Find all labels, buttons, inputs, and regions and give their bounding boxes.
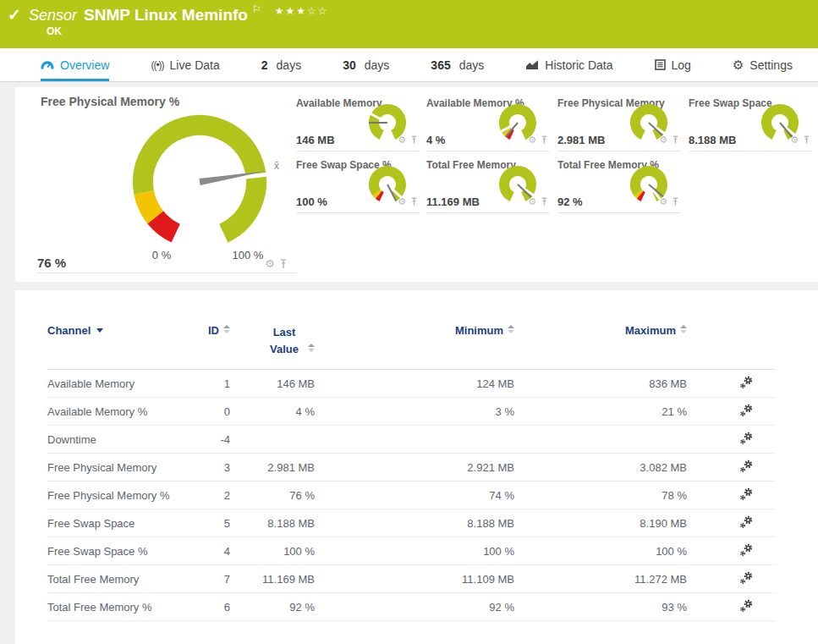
panel-settings-gear-icon[interactable]: ⚙ [790,135,799,145]
channel-last-value: 11.169 MB [230,565,315,593]
tab-2-days[interactable]: 2 days [261,48,301,81]
tab-label: Historic Data [545,58,612,72]
edit-channel-gears-icon[interactable] [739,376,754,392]
channel-maximum: 100 % [514,537,687,565]
table-row: Free Physical Memory 3 2.981 MB 2.921 MB… [47,454,775,482]
pin-icon[interactable] [541,135,548,145]
tab-30-days[interactable]: 30 days [343,48,389,81]
tab-label: Log [672,58,691,72]
tab-label: Overview [60,58,109,72]
channel-last-value: 4 % [230,398,315,426]
average-marker-label: x̄ [274,160,279,172]
panel-settings-gear-icon[interactable]: ⚙ [265,258,275,269]
column-header-actions [687,316,775,370]
tab-365-days[interactable]: 365 days [431,48,484,81]
channel-last-value [230,426,315,454]
tab-settings[interactable]: ⚙ Settings [733,48,793,81]
broadcast-icon: ((•)) [151,59,163,71]
channel-id: 2 [183,482,230,509]
gauge-value: 76 % [37,256,66,270]
edit-channel-gears-icon[interactable] [739,543,754,559]
pin-icon[interactable] [541,197,548,206]
gauge-total-free-memory: Total Free Memory 11.169 MB ⚙ [426,159,553,213]
channels-table-panel: Channel ID Last Value Minimum Maximum Av… [15,290,818,644]
channel-id: -4 [183,426,230,454]
gauge-title: Free Physical Memory % [41,95,179,108]
pin-icon[interactable] [672,135,679,145]
gauge-available-memory-pct: Available Memory % 4 % ⚙ [426,97,553,151]
panel-separator [557,151,681,151]
pin-icon[interactable] [672,197,679,206]
edit-channel-gears-icon[interactable] [739,599,754,615]
edit-channel-gears-icon[interactable] [739,432,754,448]
tab-live-data[interactable]: ((•)) Live Data [151,48,219,81]
channel-maximum: 11.272 MB [514,565,687,593]
edit-channel-gears-icon[interactable] [739,487,754,504]
table-row: Available Memory % 0 4 % 3 % 21 % [47,398,775,426]
pin-icon[interactable] [410,135,418,145]
panel-separator [426,212,550,213]
channel-maximum: 8.190 MB [514,509,687,537]
panel-settings-gear-icon[interactable]: ⚙ [659,197,667,206]
channel-maximum: 3.082 MB [514,454,687,482]
gauge-free-swap-space-pct: Free Swap Space % 100 % ⚙ [296,159,423,213]
channel-name[interactable]: Total Free Memory [47,565,183,593]
tab-overview[interactable]: Overview [41,48,109,81]
edit-channel-gears-icon[interactable] [739,404,754,420]
panel-settings-gear-icon[interactable]: ⚙ [398,197,406,206]
pin-icon[interactable] [803,135,810,145]
column-header-id[interactable]: ID [183,316,230,370]
channels-table: Channel ID Last Value Minimum Maximum Av… [47,316,775,621]
channel-name[interactable]: Available Memory % [47,398,183,426]
channel-last-value: 2.981 MB [230,454,315,482]
star-rating[interactable]: ★★★☆☆ [275,5,329,17]
channel-minimum: 92 % [315,593,514,621]
priority-flag-icon[interactable]: ⚐ [252,3,261,15]
panel-separator [557,212,681,213]
table-row: Available Memory 1 146 MB 124 MB 836 MB [47,370,775,398]
panel-settings-gear-icon[interactable]: ⚙ [528,135,536,145]
channel-name[interactable]: Available Memory [47,370,183,398]
channel-name[interactable]: Total Free Memory % [47,593,183,621]
gauges-panel: Free Physical Memory % 0 % 100 % x̄ 76 %… [15,87,818,282]
gauge-free-physical-memory-pct: Free Physical Memory % 0 % 100 % x̄ 76 %… [25,91,306,273]
gauge-value: 146 MB [296,134,335,146]
channel-id: 4 [183,537,230,565]
channel-minimum: 74 % [315,482,514,509]
pin-icon[interactable] [279,259,288,269]
channel-maximum [514,426,687,454]
channel-minimum: 8.188 MB [315,509,514,537]
channel-name[interactable]: Free Physical Memory % [47,482,183,509]
gear-icon: ⚙ [733,58,744,73]
column-label: Last Value [265,324,304,357]
tab-log[interactable]: Log [655,48,691,81]
channel-id: 5 [183,509,230,537]
channel-last-value: 92 % [230,593,315,621]
pin-icon[interactable] [410,197,418,206]
channel-name[interactable]: Free Physical Memory [47,454,183,482]
edit-channel-gears-icon[interactable] [739,515,754,531]
channel-name[interactable]: Downtime [47,426,183,454]
channel-name[interactable]: Free Swap Space [47,509,183,537]
panel-settings-gear-icon[interactable]: ⚙ [398,135,406,145]
column-header-maximum[interactable]: Maximum [514,316,687,370]
column-header-channel[interactable]: Channel [47,316,183,370]
table-row: Total Free Memory 7 11.169 MB 11.109 MB … [47,565,775,593]
gauge-dial [107,114,293,261]
channel-minimum: 2.921 MB [315,454,514,482]
tab-historic-data[interactable]: Historic Data [525,48,612,81]
panel-settings-gear-icon[interactable]: ⚙ [659,135,667,145]
status-ok-check-icon: ✓ [8,5,21,25]
gauge-free-swap-space: Free Swap Space 8.188 MB ⚙ [689,97,815,151]
tab-label: days [459,58,485,72]
gauge-total-free-memory-pct: Total Free Memory % 92 % ⚙ [557,159,684,213]
column-header-last-value[interactable]: Last Value [230,316,315,370]
column-header-minimum[interactable]: Minimum [315,316,514,370]
edit-channel-gears-icon[interactable] [739,571,754,587]
panel-settings-gear-icon[interactable]: ⚙ [528,197,536,206]
log-icon [655,59,666,70]
edit-channel-gears-icon[interactable] [739,460,754,476]
tab-bar: Overview ((•)) Live Data 2 days 30 days … [0,48,818,82]
table-row: Total Free Memory % 6 92 % 92 % 93 % [47,593,775,621]
channel-name[interactable]: Free Swap Space % [47,537,183,565]
